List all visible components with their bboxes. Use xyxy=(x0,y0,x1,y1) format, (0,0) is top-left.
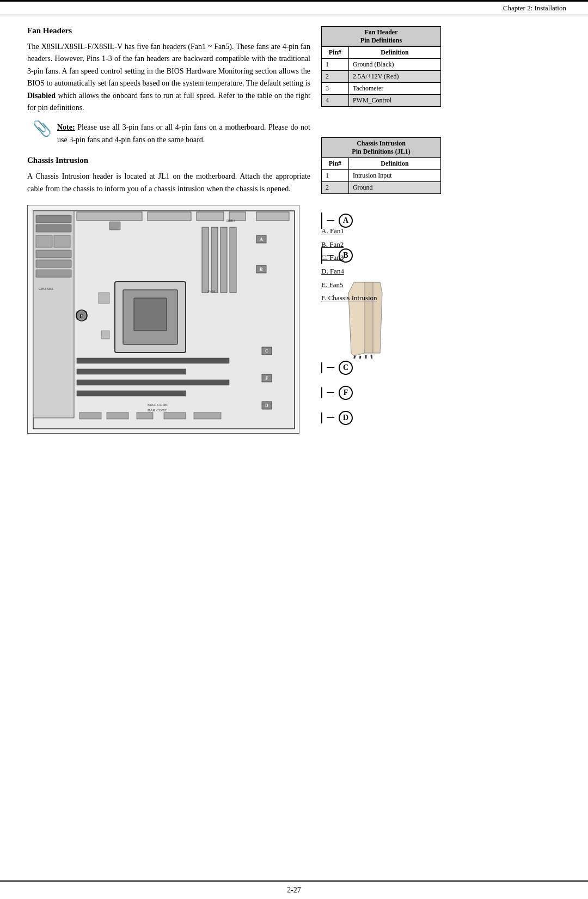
svg-rect-8 xyxy=(36,270,71,277)
fan-header-table: Fan Header Pin Definitions Pin# Definiti… xyxy=(321,26,441,107)
svg-rect-13 xyxy=(256,212,289,221)
note-box: 📎 Note: Please use all 3-pin fans or all… xyxy=(27,122,310,146)
fan-row-pin: 3 xyxy=(322,83,349,95)
fan-table-header: Fan Header Pin Definitions xyxy=(322,27,441,47)
legend-item: E. Fan5 xyxy=(321,278,528,292)
page: Chapter 2: Installation Fan Headers The … xyxy=(0,0,588,899)
svg-rect-38 xyxy=(99,293,109,303)
svg-rect-24 xyxy=(77,391,186,396)
legend-item: D. Fan4 xyxy=(321,265,528,278)
svg-rect-47 xyxy=(194,412,221,419)
svg-text:B: B xyxy=(260,267,263,272)
motherboard-svg: A B C D E xyxy=(27,205,299,434)
chassis-col2-header: Definition xyxy=(348,158,440,170)
fan-row-def: 2.5A/+12V (Red) xyxy=(348,71,440,83)
svg-text:DDR3: DDR3 xyxy=(226,219,235,222)
svg-rect-10 xyxy=(148,212,191,221)
legend-list: A. Fan1B. Fan2C. Fan3D. Fan4E. Fan5F. Ch… xyxy=(321,224,528,305)
svg-rect-18 xyxy=(211,227,218,293)
fan-headers-title: Fan Headers xyxy=(27,26,310,35)
fan-headers-body: The X8SIL/X8SIL-F/X8SIL-V has five fan h… xyxy=(27,41,310,114)
fan-col2-header: Definition xyxy=(348,47,440,59)
main-content: Fan Headers The X8SIL/X8SIL-F/X8SIL-V ha… xyxy=(0,15,588,469)
svg-rect-45 xyxy=(137,412,153,419)
chassis-table-container: Chassis Intrusion Pin Definitions (JL1) … xyxy=(321,137,528,203)
fan-row-def: Ground (Black) xyxy=(348,59,440,71)
svg-rect-4 xyxy=(36,235,52,247)
fan-header-table-container: Fan Header Pin Definitions Pin# Definiti… xyxy=(321,26,528,116)
svg-rect-11 xyxy=(197,212,224,221)
svg-rect-6 xyxy=(36,250,71,258)
motherboard-diagram: A B C D E xyxy=(27,205,310,436)
svg-text:PWM: PWM xyxy=(207,290,216,293)
svg-rect-16 xyxy=(134,298,167,331)
note-text: Note: Please use all 3-pin fans or all 4… xyxy=(57,122,310,146)
left-column: Fan Headers The X8SIL/X8SIL-F/X8SIL-V ha… xyxy=(27,26,310,436)
chassis-col1-header: Pin# xyxy=(322,158,349,170)
fan-row-def: Tachometer xyxy=(348,83,440,95)
fan-row-def: PWM_Control xyxy=(348,95,440,107)
page-footer: 2-27 xyxy=(0,880,588,899)
chassis-row-pin: 1 xyxy=(322,170,349,182)
svg-rect-19 xyxy=(220,227,227,293)
svg-text:E: E xyxy=(79,313,83,319)
page-header: Chapter 2: Installation xyxy=(0,0,588,15)
svg-rect-3 xyxy=(36,224,71,232)
svg-text:A: A xyxy=(260,237,263,242)
chassis-row-def: Intrusion Input xyxy=(348,170,440,182)
svg-rect-23 xyxy=(77,380,229,385)
note-icon: 📎 xyxy=(33,119,52,137)
svg-text:BAR CODE: BAR CODE xyxy=(148,408,167,412)
fan-row-pin: 4 xyxy=(322,95,349,107)
svg-rect-9 xyxy=(77,212,142,221)
fan-row-pin: 2 xyxy=(322,71,349,83)
legend-item: B. Fan2 xyxy=(321,238,528,252)
svg-text:C: C xyxy=(265,349,268,354)
chassis-table-header: Chassis Intrusion Pin Definitions (JL1) xyxy=(322,138,441,158)
legend-item: F. Chassis Intrusion xyxy=(321,291,528,305)
svg-rect-2 xyxy=(36,215,71,223)
svg-rect-5 xyxy=(54,235,70,247)
svg-text:CPU SB1: CPU SB1 xyxy=(39,287,54,291)
svg-text:F: F xyxy=(266,376,268,381)
fan-col1-header: Pin# xyxy=(322,47,349,59)
svg-rect-20 xyxy=(230,227,236,293)
svg-rect-37 xyxy=(109,222,120,230)
chassis-row-def: Ground xyxy=(348,182,440,194)
page-number: 2-27 xyxy=(287,886,301,894)
chassis-intrusion-body: A Chassis Intrusion header is located at… xyxy=(27,171,310,195)
disabled-word: Disabled xyxy=(27,92,56,100)
svg-rect-44 xyxy=(107,412,128,419)
chassis-table: Chassis Intrusion Pin Definitions (JL1) … xyxy=(321,137,441,194)
svg-rect-22 xyxy=(77,369,186,374)
chassis-intrusion-section: Chassis Intrusion A Chassis Intrusion he… xyxy=(27,156,310,195)
svg-text:MAC CODE: MAC CODE xyxy=(148,403,168,407)
diagram-row: A B C D E xyxy=(27,205,310,436)
svg-rect-7 xyxy=(36,260,71,268)
fan-row-pin: 1 xyxy=(322,59,349,71)
svg-text:D: D xyxy=(265,403,268,408)
chapter-title: Chapter 2: Installation xyxy=(503,4,566,12)
svg-rect-17 xyxy=(202,227,209,293)
chassis-intrusion-title: Chassis Intrusion xyxy=(27,156,310,165)
fan-headers-section: Fan Headers The X8SIL/X8SIL-F/X8SIL-V ha… xyxy=(27,26,310,146)
svg-rect-39 xyxy=(101,331,109,339)
legend-item: A. Fan1 xyxy=(321,224,528,238)
legend-item: C. Fan3 xyxy=(321,251,528,265)
legend-container: A. Fan1B. Fan2C. Fan3D. Fan4E. Fan5F. Ch… xyxy=(321,219,528,305)
svg-rect-21 xyxy=(77,358,229,363)
svg-rect-43 xyxy=(79,412,101,419)
right-column: Fan Header Pin Definitions Pin# Definiti… xyxy=(321,26,528,436)
chassis-row-pin: 2 xyxy=(322,182,349,194)
svg-rect-46 xyxy=(164,412,186,419)
